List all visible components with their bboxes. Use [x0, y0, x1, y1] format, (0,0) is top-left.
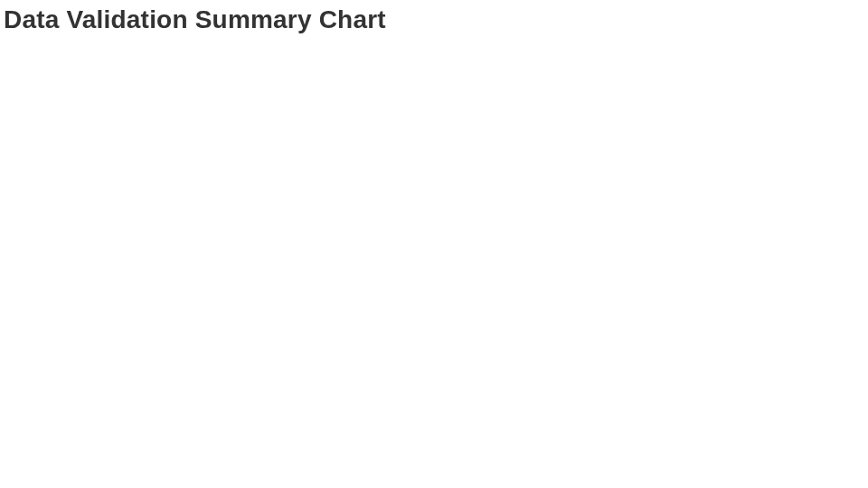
page-title: Data Validation Summary Chart — [0, 0, 868, 34]
